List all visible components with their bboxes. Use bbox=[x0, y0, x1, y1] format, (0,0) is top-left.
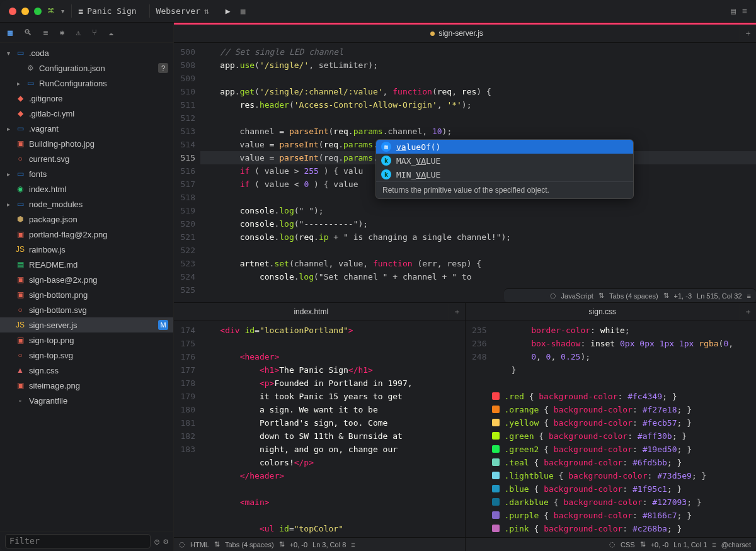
file-icon: ▫ bbox=[15, 395, 25, 406]
zoom-window-icon[interactable] bbox=[34, 8, 42, 15]
panel-toggle-icon[interactable]: ▤ bbox=[731, 6, 736, 16]
issues-tab-icon[interactable]: ⚠ bbox=[76, 28, 81, 37]
search-tab-icon[interactable]: 🔍︎ bbox=[24, 28, 32, 37]
folder-icon: ▭ bbox=[15, 199, 25, 209]
autocomplete-item[interactable]: kMIN_VALUE bbox=[376, 168, 633, 181]
file-tree-item[interactable]: ◆.gitignore bbox=[0, 91, 173, 106]
minimize-window-icon[interactable] bbox=[21, 8, 29, 15]
file-tree-item[interactable]: ▣Building-photo.jpg bbox=[0, 136, 173, 151]
css-charset: @charset bbox=[721, 541, 751, 548]
file-tree-item[interactable]: JSsign-server.jsM bbox=[0, 317, 173, 332]
scheme-selector[interactable]: ≣ Panic Sign bbox=[71, 4, 142, 18]
diff-indicator: +1, -3 bbox=[674, 292, 692, 300]
file-label: Vagrantfile bbox=[29, 396, 67, 406]
file-tree-item[interactable]: ▣sign-bottom.png bbox=[0, 287, 173, 302]
close-window-icon[interactable] bbox=[9, 8, 16, 15]
gear-icon[interactable]: ⚙ bbox=[163, 537, 168, 546]
autocomplete-popup[interactable]: mvalueOf()kMAX_VALUEkMIN_VALUEReturns th… bbox=[375, 139, 634, 199]
autocomplete-item[interactable]: mvalueOf() bbox=[376, 140, 633, 154]
file-label: .gitlab-ci.yml bbox=[29, 109, 74, 118]
autocomplete-label: valueOf() bbox=[396, 142, 440, 152]
file-label: RunConfigurations bbox=[39, 79, 107, 88]
file-tree-item[interactable]: ○current.svg bbox=[0, 151, 173, 166]
file-tree-item[interactable]: ◆.gitlab-ci.yml bbox=[0, 106, 173, 121]
files-tab-icon[interactable]: ▦ bbox=[8, 28, 13, 37]
chevron-updown-icon: ⇅ bbox=[204, 6, 209, 16]
file-label: sign-server.js bbox=[29, 321, 77, 330]
file-tree[interactable]: ▾▭.coda⚙Configuration.json?▸▭RunConfigur… bbox=[0, 43, 173, 531]
tab-label: sign-server.js bbox=[438, 29, 483, 38]
md-icon: ▤ bbox=[15, 259, 25, 270]
file-label: index.html bbox=[29, 185, 66, 194]
file-tree-item[interactable]: ○sign-top.svg bbox=[0, 348, 173, 363]
file-tree-item[interactable]: ⬢package.json bbox=[0, 212, 173, 227]
gear-icon: ⚙ bbox=[25, 63, 35, 73]
file-tree-item[interactable]: ▫Vagrantfile bbox=[0, 393, 173, 408]
code-body[interactable]: border-color: white; box-shadow: inset 0… bbox=[492, 321, 757, 537]
new-tab-button[interactable]: ＋ bbox=[740, 304, 756, 320]
chevron-icon[interactable]: ▸ bbox=[15, 80, 21, 87]
debug-tab-icon[interactable]: ✱ bbox=[60, 28, 65, 37]
file-tree-item[interactable]: ▣sign-base@2x.png bbox=[0, 272, 173, 287]
file-label: node_modules bbox=[29, 200, 83, 209]
kind-icon: m bbox=[381, 142, 391, 152]
tab-index-html[interactable]: index.html bbox=[286, 303, 336, 321]
file-tree-item[interactable]: ○sign-bottom.svg bbox=[0, 302, 173, 317]
chevron-icon[interactable]: ▸ bbox=[5, 171, 11, 178]
indent-selector[interactable]: Tabs (4 spaces) bbox=[609, 292, 658, 300]
cursor-position: Ln 1, Col 1 bbox=[673, 541, 707, 548]
file-label: sign.css bbox=[29, 366, 59, 375]
folder-icon: ▭ bbox=[25, 78, 35, 88]
autocomplete-item[interactable]: kMAX_VALUE bbox=[376, 154, 633, 168]
file-label: siteimage.png bbox=[29, 381, 80, 390]
file-label: sign-bottom.svg bbox=[29, 305, 87, 315]
target-selector[interactable]: Webserver ⇅ bbox=[149, 4, 215, 18]
target-label: Webserver bbox=[156, 6, 200, 16]
new-tab-button[interactable]: ＋ bbox=[449, 304, 465, 320]
code-body[interactable]: <div id="locationPortland"> <header> <h1… bbox=[200, 321, 465, 537]
tab-label: index.html bbox=[294, 307, 328, 316]
folder-open-icon: ▭ bbox=[15, 48, 25, 58]
file-tree-item[interactable]: ▸▭node_modules bbox=[0, 196, 173, 212]
file-tree-item[interactable]: ▸▭fonts bbox=[0, 166, 173, 181]
spinner-icon: ◌ bbox=[179, 540, 185, 548]
file-tree-item[interactable]: ▾▭.coda bbox=[0, 45, 173, 60]
tab-sign-server[interactable]: sign-server.js bbox=[423, 25, 491, 42]
file-tree-item[interactable]: ⚙Configuration.json? bbox=[0, 60, 173, 76]
autocomplete-label: MIN_VALUE bbox=[396, 170, 440, 179]
file-tree-item[interactable]: ▸▭.vagrant bbox=[0, 121, 173, 136]
svg-icon: ○ bbox=[15, 154, 25, 164]
file-tree-item[interactable]: ▲sign.css bbox=[0, 363, 173, 378]
file-tree-item[interactable]: ▤README.md bbox=[0, 257, 173, 272]
scm-tab-icon[interactable]: ⑂ bbox=[92, 28, 97, 37]
chevron-icon[interactable]: ▾ bbox=[5, 50, 11, 57]
indent-selector[interactable]: Tabs (4 spaces) bbox=[225, 541, 274, 548]
lang-selector[interactable]: CSS bbox=[621, 541, 635, 548]
run-button[interactable]: ▶ bbox=[226, 6, 231, 16]
stop-button[interactable]: ■ bbox=[241, 6, 246, 16]
symbols-tab-icon[interactable]: ≡ bbox=[43, 28, 49, 37]
file-tree-item[interactable]: ◉index.html bbox=[0, 181, 173, 196]
file-tree-item[interactable]: ▣sign-top.png bbox=[0, 332, 173, 348]
lang-selector[interactable]: JavaScript bbox=[561, 292, 593, 300]
file-tree-item[interactable]: ▸▭RunConfigurations bbox=[0, 76, 173, 91]
chevron-icon[interactable]: ▸ bbox=[5, 125, 11, 132]
clock-icon[interactable]: ◷ bbox=[154, 537, 159, 546]
cloud-tab-icon[interactable]: ☁ bbox=[108, 28, 113, 37]
file-tree-item[interactable]: ▣portland-flag@2x.png bbox=[0, 227, 173, 242]
folder-icon: ▭ bbox=[15, 123, 25, 133]
new-tab-button[interactable]: ＋ bbox=[740, 25, 756, 42]
cursor-position: Ln 515, Col 32 bbox=[697, 292, 742, 300]
html-pane: index.html ＋ 174175176177178179180181182… bbox=[174, 303, 465, 551]
chevron-icon[interactable]: ▸ bbox=[5, 201, 11, 208]
filter-input[interactable] bbox=[5, 534, 151, 548]
chevron-down-icon[interactable]: ▾ bbox=[60, 6, 66, 16]
list-icon: ≣ bbox=[78, 6, 83, 16]
file-tree-item[interactable]: ▣siteimage.png bbox=[0, 378, 173, 393]
spinner-icon: ◌ bbox=[609, 540, 616, 548]
menu-icon[interactable]: ≡ bbox=[742, 6, 747, 16]
file-tree-item[interactable]: JSrainbow.js bbox=[0, 242, 173, 257]
lang-selector[interactable]: HTML bbox=[190, 541, 209, 548]
tab-sign-css[interactable]: sign.css bbox=[581, 303, 624, 321]
cursor-position: Ln 3, Col 8 bbox=[312, 541, 346, 548]
